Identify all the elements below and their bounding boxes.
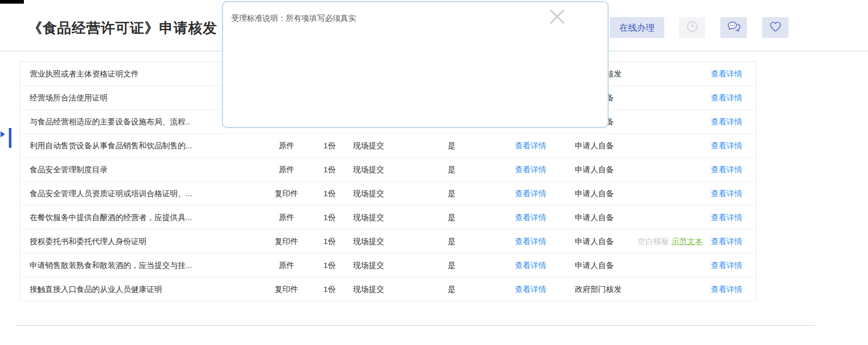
view-detail-link[interactable]: 查看详情: [515, 277, 546, 301]
submit-method: 现场提交: [353, 277, 415, 301]
material-name: 利用自动售货设备从事食品销售和饮品制售的...: [30, 134, 192, 158]
table-row: 食品安全管理人员资质证明或培训合格证明、... 复印件 1份 现场提交 是 查看…: [20, 182, 756, 206]
submit-method: 现场提交: [353, 158, 415, 182]
table-row: 在餐饮服务中提供自酿酒的经营者，应提供具... 原件 1份 现场提交 是 查看详…: [20, 206, 756, 229]
material-form: 复印件: [255, 277, 318, 301]
view-detail-link[interactable]: 查看详情: [711, 158, 742, 182]
submit-method: 现场提交: [353, 229, 415, 253]
page-title: 《食品经营许可证》申请核发: [28, 19, 217, 37]
close-icon[interactable]: [548, 8, 566, 25]
required-flag: 是: [436, 277, 467, 301]
material-count: 1份: [309, 206, 350, 229]
online-processing-label: 在线办理: [620, 22, 655, 34]
material-source: 政府部门核发: [575, 277, 622, 301]
material-count: 1份: [309, 158, 350, 182]
material-source: 申请人自备: [575, 158, 614, 182]
view-detail-link[interactable]: 查看详情: [515, 158, 546, 182]
table-row: 申请销售散装熟食和散装酒的，应当提交与挂... 原件 1份 现场提交 是 查看详…: [20, 253, 756, 277]
view-detail-link[interactable]: 查看详情: [711, 86, 742, 110]
material-name: 营业执照或者主体资格证明文件: [30, 62, 139, 86]
clock-icon: [686, 20, 699, 35]
material-count: 1份: [309, 253, 350, 277]
view-detail-link[interactable]: 查看详情: [515, 206, 546, 229]
popup-text: 受理标准说明：所有项填写必须真实: [231, 14, 356, 23]
required-flag: 是: [436, 134, 467, 158]
table-row: 利用自动售货设备从事食品销售和饮品制售的... 原件 1份 现场提交 是 查看详…: [20, 134, 756, 158]
material-count: 1份: [309, 229, 350, 253]
view-detail-link[interactable]: 查看详情: [515, 253, 546, 277]
material-form: 复印件: [255, 229, 318, 253]
material-count: 1份: [309, 277, 350, 301]
consult-button[interactable]: [720, 17, 747, 38]
material-form: 原件: [255, 134, 318, 158]
chat-icon: [727, 20, 741, 35]
submit-method: 现场提交: [353, 253, 415, 277]
material-source: 申请人自备: [575, 229, 614, 253]
table-row: 食品安全管理制度目录 原件 1份 现场提交 是 查看详情 申请人自备 查看详情: [20, 158, 756, 182]
material-source: 申请人自备: [575, 182, 614, 206]
material-name: 食品安全管理制度目录: [30, 158, 108, 182]
submit-method: 现场提交: [353, 206, 415, 229]
history-button[interactable]: [679, 17, 705, 38]
material-name: 经营场所合法使用证明: [30, 86, 108, 110]
submit-method: 现场提交: [353, 134, 415, 158]
screen-corner-artifact: [0, 0, 24, 4]
material-name: 接触直接入口食品的从业人员健康证明: [30, 277, 162, 301]
material-source: 申请人自备: [575, 253, 614, 277]
material-name: 食品安全管理人员资质证明或培训合格证明、...: [30, 182, 192, 206]
view-detail-link[interactable]: 查看详情: [711, 110, 742, 134]
material-name: 与食品经营相适应的主要设备设施布局、流程..: [30, 110, 190, 134]
blank-template-link[interactable]: 空白模板: [638, 229, 669, 253]
required-flag: 是: [436, 206, 467, 229]
view-detail-link[interactable]: 查看详情: [711, 229, 742, 253]
material-form: 原件: [255, 206, 318, 229]
favorite-button[interactable]: [762, 17, 788, 38]
material-form: 原件: [255, 158, 318, 182]
view-detail-link[interactable]: 查看详情: [711, 134, 742, 158]
view-detail-link[interactable]: 查看详情: [711, 206, 742, 229]
table-row: 授权委托书和委托代理人身份证明 复印件 1份 现场提交 是 查看详情 申请人自备…: [20, 229, 756, 253]
acceptance-standard-popup: 受理标准说明：所有项填写必须真实: [222, 1, 609, 128]
required-flag: 是: [436, 182, 467, 206]
active-row-indicator[interactable]: [9, 128, 11, 148]
view-detail-link[interactable]: 查看详情: [711, 182, 742, 206]
required-flag: 是: [436, 253, 467, 277]
required-flag: 是: [436, 229, 467, 253]
page: 《食品经营许可证》申请核发 在线办理: [0, 0, 868, 345]
view-detail-link[interactable]: 查看详情: [515, 134, 546, 158]
heart-icon: [768, 20, 783, 35]
material-source: 申请人自备: [575, 134, 614, 158]
material-name: 申请销售散装熟食和散装酒的，应当提交与挂...: [30, 253, 192, 277]
view-detail-link[interactable]: 查看详情: [711, 277, 742, 301]
material-form: 复印件: [255, 182, 318, 206]
section-divider: [16, 325, 815, 326]
material-count: 1份: [309, 134, 350, 158]
material-source: 申请人自备: [575, 206, 614, 229]
required-flag: 是: [436, 158, 467, 182]
view-detail-link[interactable]: 查看详情: [515, 229, 546, 253]
online-processing-button[interactable]: 在线办理: [610, 17, 664, 38]
material-name: 在餐饮服务中提供自酿酒的经营者，应提供具...: [30, 206, 192, 229]
sample-text-link[interactable]: 示范文本: [672, 229, 703, 253]
view-detail-link[interactable]: 查看详情: [711, 62, 742, 86]
submit-method: 现场提交: [353, 182, 415, 206]
table-row: 接触直接入口食品的从业人员健康证明 复印件 1份 现场提交 是 查看详情 政府部…: [20, 277, 756, 301]
material-count: 1份: [309, 182, 350, 206]
view-detail-link[interactable]: 查看详情: [515, 182, 546, 206]
view-detail-link[interactable]: 查看详情: [711, 253, 742, 277]
row-pointer-icon: [1, 131, 5, 137]
material-name: 授权委托书和委托代理人身份证明: [30, 229, 147, 253]
material-form: 原件: [255, 253, 318, 277]
